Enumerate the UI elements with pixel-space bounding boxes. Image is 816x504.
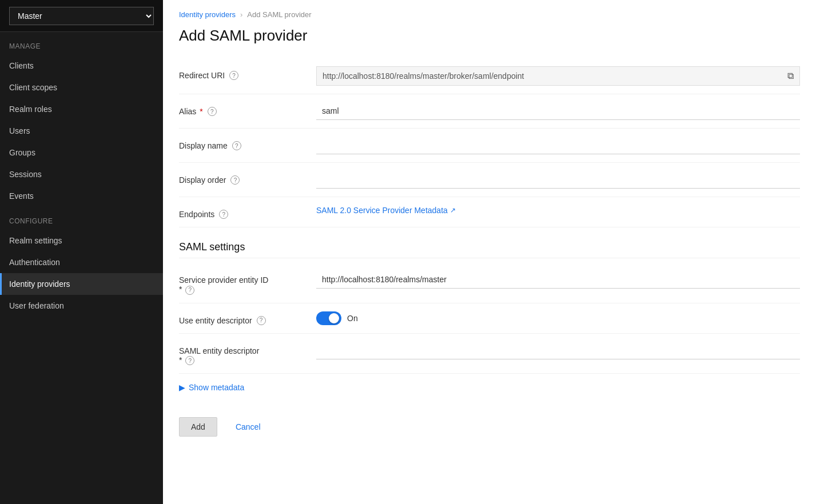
display-order-help-icon[interactable]: ? (230, 175, 240, 185)
redirect-uri-help-icon[interactable]: ? (229, 71, 238, 80)
sidebar-item-client-scopes[interactable]: Client scopes (0, 77, 163, 98)
service-provider-entity-id-field[interactable] (316, 271, 800, 289)
breadcrumb-parent-link[interactable]: Identity providers (179, 10, 236, 19)
sidebar-item-realm-settings[interactable]: Realm settings (0, 230, 163, 251)
manage-section-label: Manage (0, 32, 163, 55)
redirect-uri-input (317, 67, 782, 85)
sidebar: Master Manage Clients Client scopes Real… (0, 0, 163, 504)
use-entity-descriptor-toggle[interactable] (316, 311, 341, 325)
alias-input[interactable] (316, 102, 800, 120)
realm-selector[interactable]: Master (0, 0, 163, 32)
display-order-input[interactable] (316, 171, 800, 189)
redirect-uri-field: ⧉ (316, 66, 800, 86)
cancel-button[interactable]: Cancel (224, 418, 272, 436)
form-actions: Add Cancel (179, 401, 800, 448)
page-title: Add SAML provider (163, 22, 816, 58)
configure-section-label: Configure (0, 207, 163, 230)
saml-settings-divider (179, 258, 800, 258)
service-provider-entity-id-input[interactable] (316, 271, 800, 289)
add-button[interactable]: Add (179, 417, 217, 437)
sidebar-item-authentication[interactable]: Authentication (0, 251, 163, 273)
endpoints-row: Endpoints ? SAML 2.0 Service Provider Me… (179, 197, 800, 227)
redirect-uri-label: Redirect URI ? (179, 66, 316, 80)
saml-entity-descriptor-required: * (179, 355, 182, 365)
alias-field[interactable] (316, 102, 800, 120)
use-entity-descriptor-status: On (347, 314, 358, 323)
saml-entity-descriptor-field[interactable] (316, 342, 800, 359)
use-entity-descriptor-toggle-wrapper: On (316, 311, 800, 325)
service-provider-entity-id-label: Service provider entity ID * ? (179, 271, 316, 295)
saml-metadata-link[interactable]: SAML 2.0 Service Provider Metadata ↗ (316, 206, 456, 215)
show-metadata-link[interactable]: Show metadata (189, 383, 244, 392)
alias-required: * (200, 107, 202, 116)
copy-redirect-uri-button[interactable]: ⧉ (782, 67, 799, 85)
alias-help-icon[interactable]: ? (208, 107, 217, 116)
sidebar-item-events[interactable]: Events (0, 185, 163, 207)
alias-row: Alias * ? (179, 94, 800, 129)
redirect-uri-input-wrapper: ⧉ (316, 66, 800, 86)
sidebar-item-sessions[interactable]: Sessions (0, 163, 163, 185)
display-name-help-icon[interactable]: ? (232, 141, 241, 150)
breadcrumb: Identity providers › Add SAML provider (163, 0, 816, 22)
sidebar-item-clients[interactable]: Clients (0, 55, 163, 77)
saml-settings-title: SAML settings (179, 227, 800, 258)
display-name-field[interactable] (316, 137, 800, 154)
service-provider-entity-id-row: Service provider entity ID * ? (179, 263, 800, 303)
show-metadata-row[interactable]: ▶ Show metadata (179, 374, 800, 401)
breadcrumb-current: Add SAML provider (247, 10, 311, 19)
use-entity-descriptor-label: Use entity descriptor ? (179, 311, 316, 325)
use-entity-descriptor-help-icon[interactable]: ? (257, 316, 266, 325)
saml-metadata-link-text: SAML 2.0 Service Provider Metadata (316, 206, 448, 215)
form-content: Redirect URI ? ⧉ Alias * ? (163, 58, 816, 471)
display-order-label: Display order ? (179, 171, 316, 185)
sidebar-item-users[interactable]: Users (0, 120, 163, 142)
breadcrumb-separator: › (240, 10, 242, 19)
main-content: Identity providers › Add SAML provider A… (163, 0, 816, 504)
sidebar-item-realm-roles[interactable]: Realm roles (0, 98, 163, 120)
display-name-row: Display name ? (179, 129, 800, 163)
sidebar-item-user-federation[interactable]: User federation (0, 295, 163, 317)
external-link-icon: ↗ (450, 206, 456, 214)
realm-dropdown[interactable]: Master (9, 7, 154, 25)
saml-entity-descriptor-help-icon[interactable]: ? (185, 356, 194, 365)
endpoints-help-icon[interactable]: ? (219, 210, 228, 219)
display-order-row: Display order ? (179, 163, 800, 197)
alias-label: Alias * ? (179, 102, 316, 116)
saml-entity-descriptor-input[interactable] (316, 342, 800, 359)
sidebar-item-identity-providers[interactable]: Identity providers (0, 273, 163, 295)
endpoints-label: Endpoints ? (179, 205, 316, 219)
redirect-uri-row: Redirect URI ? ⧉ (179, 58, 800, 94)
saml-entity-descriptor-row: SAML entity descriptor * ? (179, 334, 800, 374)
display-order-field[interactable] (316, 171, 800, 189)
display-name-label: Display name ? (179, 137, 316, 150)
sp-entity-id-help-icon[interactable]: ? (185, 286, 194, 295)
sidebar-item-groups[interactable]: Groups (0, 142, 163, 163)
sp-entity-id-required: * (179, 285, 182, 294)
use-entity-descriptor-row: Use entity descriptor ? On (179, 303, 800, 334)
display-name-input[interactable] (316, 137, 800, 154)
endpoints-field: SAML 2.0 Service Provider Metadata ↗ (316, 205, 800, 215)
use-entity-descriptor-field: On (316, 311, 800, 325)
saml-entity-descriptor-label: SAML entity descriptor * ? (179, 342, 316, 366)
toggle-thumb (329, 313, 339, 323)
show-metadata-chevron-icon: ▶ (179, 383, 185, 392)
